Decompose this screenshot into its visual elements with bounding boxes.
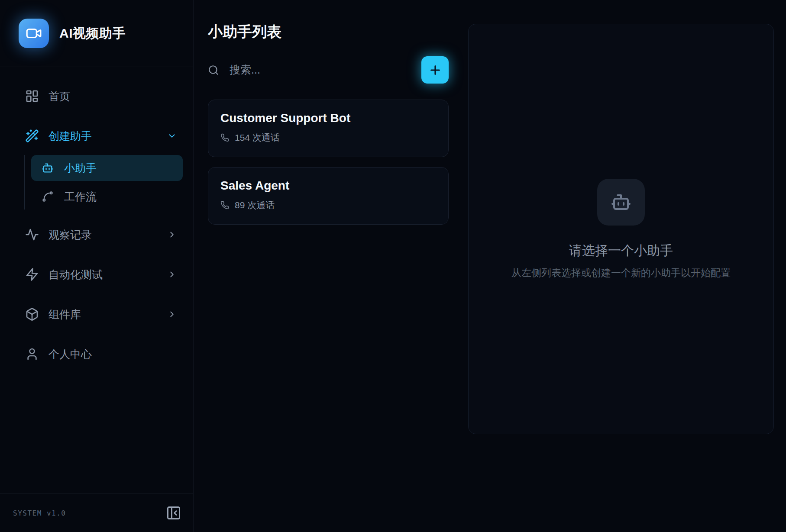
zap-icon [25, 268, 39, 281]
assistant-name: Sales Agent [220, 179, 436, 193]
assistant-detail-panel: 请选择一个小助手 从左侧列表选择或创建一个新的小助手以开始配置 [468, 24, 774, 434]
chevron-right-icon [167, 230, 177, 239]
activity-icon [25, 228, 39, 242]
assistant-name: Customer Support Bot [220, 111, 436, 125]
sidebar-item-label: 首页 [49, 89, 70, 103]
spline-icon [42, 190, 54, 203]
page-title: 小助手列表 [208, 24, 449, 40]
panel-left-close-icon [166, 505, 181, 521]
call-count-label: 154 次通话 [235, 132, 280, 144]
sidebar-item-label: 创建助手 [49, 129, 92, 143]
sidebar-subitem-workflow[interactable]: 工作流 [31, 184, 183, 210]
chevron-right-icon [167, 310, 177, 319]
add-assistant-button[interactable] [421, 56, 449, 84]
sidebar-item-create-assistant[interactable]: 创建助手 [10, 124, 183, 148]
dashboard-icon [25, 89, 39, 103]
empty-state-title: 请选择一个小助手 [511, 242, 731, 260]
assistant-call-count: 89 次通话 [220, 199, 436, 211]
assistant-call-count: 154 次通话 [220, 132, 436, 144]
assistant-list-panel: 小助手列表 Customer Support Bot 154 次通话 [194, 0, 467, 532]
search-icon [208, 64, 219, 76]
phone-icon [220, 201, 229, 210]
empty-state-subtitle: 从左侧列表选择或创建一个新的小助手以开始配置 [511, 266, 731, 280]
sidebar-item-components[interactable]: 组件库 [10, 302, 183, 326]
sidebar-footer: SYSTEM v1.0 [0, 493, 193, 532]
collapse-sidebar-button[interactable] [165, 504, 183, 522]
empty-state: 请选择一个小助手 从左侧列表选择或创建一个新的小助手以开始配置 [511, 179, 731, 280]
sidebar-item-label: 观察记录 [49, 228, 92, 242]
system-version: SYSTEM v1.0 [13, 509, 66, 517]
sidebar-item-home[interactable]: 首页 [10, 84, 183, 108]
create-assistant-submenu: 小助手 工作流 [24, 155, 183, 210]
sidebar-item-label: 组件库 [49, 307, 81, 322]
user-icon [25, 347, 39, 361]
sidebar-subitem-assistant[interactable]: 小助手 [31, 155, 183, 181]
app-title: AI视频助手 [59, 25, 126, 42]
search-bar [208, 56, 449, 84]
phone-icon [220, 133, 229, 142]
empty-state-icon-box [597, 179, 645, 226]
sidebar-item-label: 自动化测试 [49, 268, 103, 282]
sidebar-subitem-label: 工作流 [64, 190, 97, 204]
sidebar-item-observation[interactable]: 观察记录 [10, 222, 183, 247]
plus-icon [428, 63, 442, 77]
bot-icon [611, 192, 631, 213]
sidebar-subitem-label: 小助手 [64, 161, 97, 175]
sidebar: AI视频助手 首页 创建助手 [0, 0, 194, 532]
wand-sparkles-icon [25, 129, 39, 143]
app-window: AI视频助手 首页 创建助手 [0, 0, 786, 532]
search-input[interactable] [230, 64, 413, 76]
bot-icon [42, 162, 54, 174]
assistant-card[interactable]: Customer Support Bot 154 次通话 [208, 100, 449, 157]
sidebar-item-profile[interactable]: 个人中心 [10, 342, 183, 366]
app-logo [19, 19, 49, 48]
box-icon [25, 307, 39, 321]
assistant-list: Customer Support Bot 154 次通话 Sales Agent… [208, 100, 449, 225]
sidebar-item-automation[interactable]: 自动化测试 [10, 262, 183, 287]
sidebar-header: AI视频助手 [0, 0, 193, 67]
sidebar-nav: 首页 创建助手 小助手 [0, 67, 193, 493]
chevron-right-icon [167, 270, 177, 279]
video-camera-icon [26, 25, 42, 42]
call-count-label: 89 次通话 [235, 199, 275, 211]
sidebar-item-label: 个人中心 [49, 347, 92, 361]
chevron-down-icon [167, 131, 177, 141]
assistant-card[interactable]: Sales Agent 89 次通话 [208, 167, 449, 225]
